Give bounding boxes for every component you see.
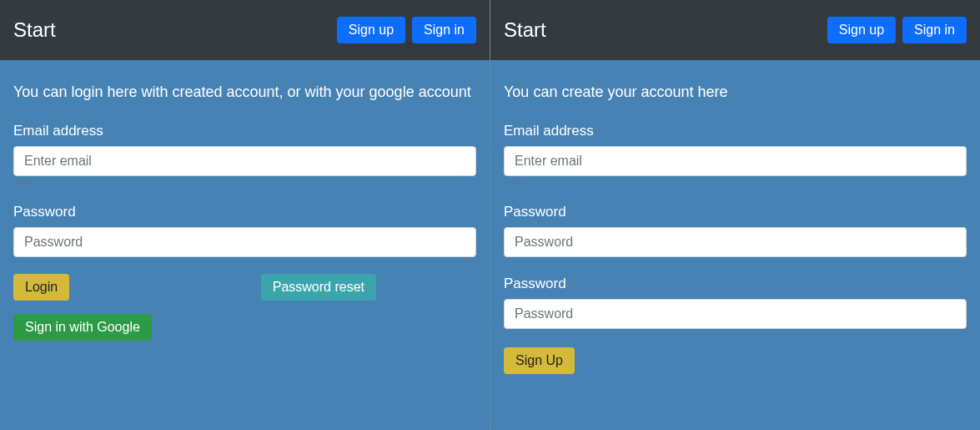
signup-button[interactable]: Sign Up	[504, 347, 575, 374]
email-help-left: email	[13, 180, 476, 187]
signup-action-row: Sign Up	[504, 347, 967, 374]
signup-content: You can create your account here Email a…	[490, 60, 980, 387]
navbar-left: Start Sign up Sign in	[0, 0, 490, 60]
password2-label-right: Password	[504, 276, 967, 292]
navbar-right: Start Sign up Sign in	[490, 0, 980, 60]
nav-buttons-right: Sign up Sign in	[827, 17, 967, 43]
email-help-right: email	[504, 180, 967, 187]
signin-nav-button-right[interactable]: Sign in	[902, 17, 967, 43]
login-intro: You can login here with created account,…	[13, 83, 476, 101]
signup-nav-button-left[interactable]: Sign up	[337, 17, 405, 43]
email-label-left: Email address	[13, 123, 476, 139]
login-panel: Start Sign up Sign in You can login here…	[0, 0, 490, 430]
password-reset-button[interactable]: Password reset	[261, 274, 376, 301]
password1-input-right[interactable]	[504, 227, 967, 257]
email-input-left[interactable]	[13, 146, 476, 176]
password1-label-right: Password	[504, 204, 967, 220]
signup-intro: You can create your account here	[504, 83, 967, 101]
password-input-left[interactable]	[13, 227, 476, 257]
login-action-row: Login Password reset	[13, 274, 476, 301]
nav-buttons-left: Sign up Sign in	[337, 17, 476, 43]
login-button[interactable]: Login	[13, 274, 69, 301]
email-label-right: Email address	[504, 123, 967, 139]
password1-group: Password	[504, 204, 967, 261]
signup-panel: Start Sign up Sign in You can create you…	[490, 0, 980, 430]
password-label-left: Password	[13, 204, 476, 220]
signin-nav-button-left[interactable]: Sign in	[412, 17, 476, 43]
brand-right: Start	[504, 18, 546, 42]
email-input-right[interactable]	[504, 146, 967, 176]
password2-input-right[interactable]	[504, 299, 967, 329]
signup-nav-button-right[interactable]: Sign up	[827, 17, 896, 43]
password2-group: Password	[504, 276, 967, 332]
brand-left: Start	[13, 18, 56, 42]
google-signin-button[interactable]: Sign in with Google	[13, 314, 152, 341]
login-content: You can login here with created account,…	[0, 60, 490, 354]
